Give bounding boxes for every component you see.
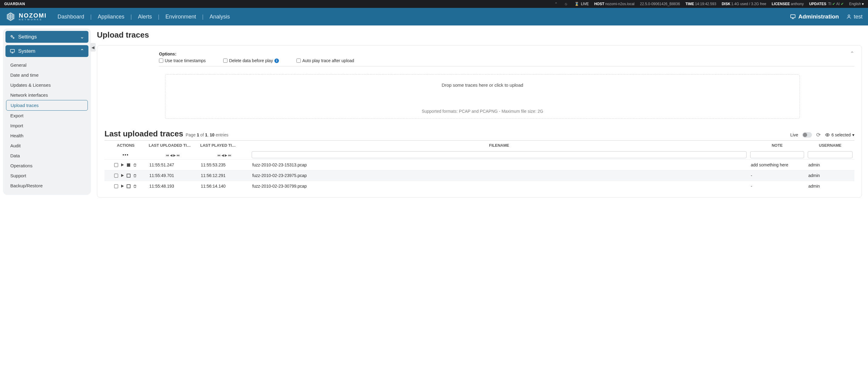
stop-outline-icon[interactable] xyxy=(126,173,131,178)
sidebar-item-backup-restore[interactable]: Backup/Restore xyxy=(6,181,88,191)
dropzone[interactable]: Drop some traces here or click to upload… xyxy=(165,74,800,119)
filter-filename-input[interactable] xyxy=(252,151,747,158)
filter-username-input[interactable] xyxy=(808,151,852,158)
logo-title: NOZOMI xyxy=(19,12,46,19)
sidebar-item-general[interactable]: General xyxy=(6,60,88,70)
nav-alerts[interactable]: Alerts xyxy=(138,13,152,20)
cell-note: - xyxy=(748,170,806,181)
opt-autoplay-checkbox[interactable] xyxy=(297,58,301,63)
info-icon[interactable]: i xyxy=(274,58,279,63)
list-title: Last uploaded traces xyxy=(104,129,183,139)
logo-subtitle: NETWORKS xyxy=(19,19,46,21)
refresh-icon[interactable]: ⟳ xyxy=(816,132,821,138)
sidebar-item-datetime[interactable]: Date and time xyxy=(6,70,88,80)
sidebar-item-network-interfaces[interactable]: Network interfaces xyxy=(6,90,88,100)
language-selector[interactable]: English▾ xyxy=(849,2,864,6)
administration-link[interactable]: Administration xyxy=(790,13,839,20)
options-heading: Options: xyxy=(159,52,855,56)
live-indicator: ⌛ LIVE xyxy=(574,2,589,6)
sidebar-item-support[interactable]: Support xyxy=(6,171,88,181)
col-filename[interactable]: FILENAME xyxy=(250,141,748,150)
play-icon[interactable] xyxy=(120,184,124,189)
disk-info: DISK1.4G used / 3.2G free xyxy=(722,2,766,6)
panel-collapse-icon[interactable]: ⌃ xyxy=(850,50,855,57)
next-icon: ▶ xyxy=(173,153,176,157)
chevron-down-icon: ⌄ xyxy=(80,34,84,40)
next-icon: ▶ xyxy=(225,153,227,157)
nav-dashboard[interactable]: Dashboard xyxy=(58,13,84,20)
cell-uploaded: 11:55:49.701 xyxy=(147,170,198,181)
licensee-info: LICENSEEanthony xyxy=(772,2,804,6)
column-selector[interactable]: 6 selected ▾ xyxy=(825,133,855,137)
trash-icon[interactable] xyxy=(133,173,137,178)
main-header: NOZOMI NETWORKS Dashboard | Appliances |… xyxy=(0,8,868,25)
dropzone-support-text: Supported formats: PCAP and PCAPNG - Max… xyxy=(172,109,794,114)
sidebar-item-import[interactable]: Import xyxy=(6,121,88,131)
upload-panel: ⌃ Options: Use trace timestamps Delete d… xyxy=(97,45,862,198)
trash-icon[interactable] xyxy=(133,163,137,167)
sidebar-section-settings[interactable]: Settings ⌄ xyxy=(5,31,88,43)
filter-note-input[interactable] xyxy=(750,151,804,158)
sidebar-item-upload-traces[interactable]: Upload traces xyxy=(6,100,88,111)
play-icon[interactable] xyxy=(120,163,124,167)
col-actions[interactable]: ACTIONS xyxy=(104,141,147,150)
nav-appliances[interactable]: Appliances xyxy=(98,13,124,20)
cell-played: 11:56:14.140 xyxy=(198,181,250,192)
col-username[interactable]: USERNAME xyxy=(806,141,855,150)
trash-icon[interactable] xyxy=(133,184,137,189)
cell-username: admin xyxy=(806,181,855,192)
nav-analysis[interactable]: Analysis xyxy=(210,13,230,20)
gears-icon xyxy=(10,34,15,40)
stop-icon[interactable] xyxy=(126,163,131,167)
sidebar-item-audit[interactable]: Audit xyxy=(6,141,88,151)
arrow-up-icon[interactable]: ⌃ xyxy=(555,2,558,6)
svg-point-7 xyxy=(827,134,828,136)
sidebar-item-updates-licenses[interactable]: Updates & Licenses xyxy=(6,80,88,90)
version-info: 22.5.0-09061426_B8836 xyxy=(640,2,680,6)
user-menu[interactable]: test xyxy=(846,13,863,20)
cell-filename: fuzz-2010-02-23-30799.pcap xyxy=(250,181,748,192)
sidebar-item-health[interactable]: Health xyxy=(6,131,88,141)
opt-use-timestamps-checkbox[interactable] xyxy=(159,58,163,63)
cell-uploaded: 11:55:51.247 xyxy=(147,160,198,170)
svg-point-3 xyxy=(848,15,850,17)
sidebar-section-system[interactable]: System ⌃ xyxy=(5,45,88,57)
nav-environment[interactable]: Environment xyxy=(165,13,196,20)
cell-filename: fuzz-2010-02-23-23975.pcap xyxy=(250,170,748,181)
eye-off-icon[interactable]: ⦸ xyxy=(565,2,567,6)
eye-icon xyxy=(825,133,830,137)
row-checkbox[interactable] xyxy=(114,163,118,167)
logo[interactable]: NOZOMI NETWORKS xyxy=(5,11,46,22)
play-icon[interactable] xyxy=(120,173,124,178)
logo-mark-icon xyxy=(5,11,16,22)
sidebar-collapse-button[interactable]: ◀ xyxy=(90,43,96,52)
live-toggle[interactable] xyxy=(802,132,812,138)
last-icon: ⏭ xyxy=(228,153,231,157)
cell-username: admin xyxy=(806,160,855,170)
opt-delete-checkbox[interactable] xyxy=(223,58,227,63)
opt-autoplay[interactable]: Auto play trace after upload xyxy=(297,58,354,63)
svg-rect-6 xyxy=(10,49,14,52)
row-checkbox[interactable] xyxy=(114,184,118,188)
cell-played: 11:55:53.235 xyxy=(198,160,250,170)
sort-controls[interactable]: ⏮◀▶⏭ xyxy=(217,153,231,157)
sort-controls[interactable]: ⏮◀▶⏭ xyxy=(166,153,180,157)
page-title: Upload traces xyxy=(97,30,862,40)
sidebar-item-data[interactable]: Data xyxy=(6,151,88,161)
cell-note: add something here xyxy=(748,160,806,170)
actions-more-icon[interactable]: ••• xyxy=(123,152,129,157)
main-nav: Dashboard | Appliances | Alerts | Enviro… xyxy=(58,13,230,20)
opt-use-timestamps[interactable]: Use trace timestamps xyxy=(159,58,206,63)
sidebar-item-operations[interactable]: Operations xyxy=(6,161,88,171)
col-played[interactable]: LAST PLAYED TI… xyxy=(198,141,250,150)
cell-played: 11:56:12.291 xyxy=(198,170,250,181)
opt-delete-before-play[interactable]: Delete data before play i xyxy=(223,58,279,63)
col-uploaded[interactable]: LAST UPLOADED TI… xyxy=(147,141,198,150)
col-note[interactable]: NOTE xyxy=(748,141,806,150)
stop-outline-icon[interactable] xyxy=(126,184,131,189)
row-checkbox[interactable] xyxy=(114,174,118,178)
svg-rect-2 xyxy=(790,15,795,18)
sidebar-item-export[interactable]: Export xyxy=(6,111,88,121)
cell-username: admin xyxy=(806,170,855,181)
cell-filename: fuzz-2010-02-23-15313.pcap xyxy=(250,160,748,170)
